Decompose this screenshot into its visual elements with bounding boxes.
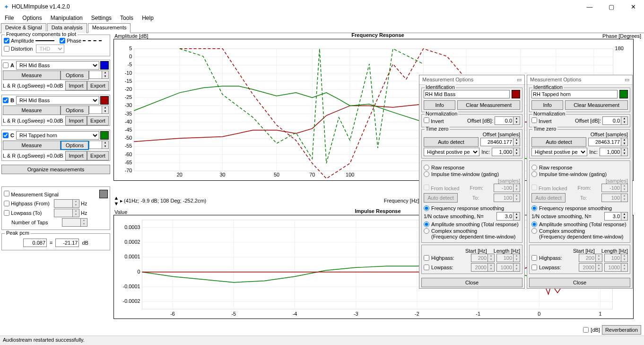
- inc-value[interactable]: ▲▼: [492, 148, 520, 156]
- slot-c-offset[interactable]: 2▲▼: [89, 141, 109, 149]
- lp-checkbox[interactable]: [4, 210, 9, 216]
- svg-text:-65: -65: [125, 159, 132, 165]
- distortion-checkbox[interactable]: [4, 46, 9, 52]
- invert-checkbox[interactable]: [424, 117, 429, 123]
- slot-a-export[interactable]: Export: [87, 81, 109, 90]
- slot-c-import[interactable]: Import: [65, 151, 87, 160]
- frs-radio[interactable]: [424, 205, 429, 211]
- offset-samples[interactable]: ▲▼: [588, 138, 628, 146]
- offset-db[interactable]: ▲▼: [602, 116, 628, 125]
- db-checkbox[interactable]: [583, 327, 589, 333]
- oct-value[interactable]: ▲▼: [496, 212, 520, 221]
- oct-value[interactable]: ▲▼: [604, 212, 628, 221]
- auto-detect-to: Auto detect: [424, 193, 458, 203]
- cplx-radio[interactable]: [424, 228, 429, 234]
- menu-options[interactable]: Options: [22, 15, 42, 21]
- inc-value[interactable]: ▲▼: [600, 148, 628, 156]
- peak-pcm-value[interactable]: [23, 239, 47, 247]
- tri-icon[interactable]: ▲▼: [113, 195, 119, 206]
- clear-button[interactable]: Clear Measurement: [565, 100, 628, 110]
- menu-file[interactable]: File: [5, 15, 14, 21]
- slot-c-enable[interactable]: [3, 133, 9, 138]
- reverberation-button[interactable]: Reverberation: [602, 325, 641, 335]
- tab-measurements[interactable]: Measurements: [88, 23, 131, 33]
- ident-input[interactable]: [424, 90, 510, 98]
- panel-close-icon[interactable]: ▭: [517, 77, 522, 83]
- slot-b-import[interactable]: Import: [65, 116, 87, 125]
- lp-value[interactable]: 5000▲▼: [54, 209, 79, 217]
- slot-c-export[interactable]: Export: [87, 151, 109, 160]
- slot-b-export[interactable]: Export: [87, 116, 109, 125]
- ident-color[interactable]: [512, 90, 520, 98]
- info-button[interactable]: Info: [531, 100, 563, 110]
- slot-b-offset[interactable]: 0▲▼: [89, 106, 109, 114]
- meas-signal-checkbox[interactable]: [4, 191, 9, 196]
- panel-close-icon[interactable]: ▭: [625, 77, 629, 83]
- slot-b-name[interactable]: RH Mid Bass: [16, 96, 99, 105]
- slot-c-options[interactable]: Options: [61, 141, 89, 150]
- svg-text:-45: -45: [125, 127, 132, 133]
- minimize-button[interactable]: —: [579, 0, 600, 13]
- slot-b-measure[interactable]: Measure: [3, 106, 61, 115]
- lp-checkbox2[interactable]: [531, 265, 537, 270]
- svg-text:0.0001: 0.0001: [124, 254, 140, 259]
- ident-color[interactable]: [619, 90, 628, 98]
- slot-a-options[interactable]: Options: [61, 71, 89, 80]
- organize-button[interactable]: Organize measurements: [1, 165, 110, 174]
- gating-radio[interactable]: [531, 171, 537, 177]
- slot-a-import[interactable]: Import: [65, 81, 87, 90]
- slot-b-color[interactable]: [100, 96, 109, 105]
- auto-detect-button[interactable]: Auto detect: [531, 137, 586, 147]
- slot-a-name[interactable]: RH Mid Bass: [16, 61, 99, 70]
- lp-checkbox2[interactable]: [424, 265, 429, 270]
- ident-input[interactable]: [531, 90, 618, 98]
- taps-value[interactable]: 501▲▼: [62, 218, 87, 227]
- peak-mode-select[interactable]: Highest postive pe: [424, 148, 479, 156]
- slot-c-measure[interactable]: Measure: [3, 141, 61, 150]
- slot-b-enable[interactable]: [3, 97, 9, 103]
- menu-tools[interactable]: Tools: [120, 15, 133, 21]
- slot-a-offset[interactable]: 0▲▼: [89, 71, 109, 79]
- menu-manipulation[interactable]: Manipulation: [51, 15, 83, 21]
- hp-checkbox2[interactable]: [531, 255, 537, 261]
- info-button[interactable]: Info: [424, 100, 455, 110]
- menu-help[interactable]: Help: [142, 15, 154, 21]
- amp-sm-radio[interactable]: [531, 221, 537, 227]
- meas-signal-color[interactable]: [99, 190, 108, 198]
- peak-db-value[interactable]: [55, 239, 79, 247]
- hp-value[interactable]: 500▲▼: [54, 199, 79, 208]
- panel-title: Measurement Options: [530, 77, 581, 83]
- tab-row: Device & Signal Data analysis Measuremen…: [0, 23, 644, 33]
- menu-settings[interactable]: Settings: [91, 15, 112, 21]
- phase-checkbox[interactable]: [60, 38, 65, 44]
- frs-radio[interactable]: [531, 205, 537, 211]
- close-panel-button[interactable]: Close: [421, 278, 522, 287]
- gating-radio[interactable]: [424, 171, 429, 177]
- svg-text:-25: -25: [125, 94, 132, 100]
- slot-b-options[interactable]: Options: [61, 106, 89, 115]
- invert-checkbox[interactable]: [531, 117, 537, 123]
- hp-checkbox2[interactable]: [424, 255, 429, 261]
- raw-radio[interactable]: [424, 165, 429, 170]
- offset-samples[interactable]: ▲▼: [480, 138, 520, 146]
- slot-a-color[interactable]: [100, 61, 109, 70]
- amp-sm-radio[interactable]: [424, 221, 429, 227]
- slot-a-enable[interactable]: [3, 62, 9, 68]
- raw-radio[interactable]: [531, 165, 537, 170]
- clear-button[interactable]: Clear Measurement: [457, 100, 520, 110]
- close-button[interactable]: ✕: [622, 0, 644, 13]
- slot-c-color[interactable]: [100, 131, 109, 140]
- peak-mode-select[interactable]: Highest postive pe: [531, 148, 587, 156]
- amplitude-checkbox[interactable]: [4, 38, 9, 44]
- svg-text:0: 0: [538, 311, 540, 317]
- hp-checkbox[interactable]: [4, 201, 9, 206]
- cplx-radio[interactable]: [531, 228, 537, 234]
- svg-text:0: 0: [129, 53, 132, 59]
- auto-detect-button[interactable]: Auto detect: [424, 137, 479, 147]
- slot-a-measure[interactable]: Measure: [3, 71, 61, 80]
- close-panel-button[interactable]: Close: [529, 278, 630, 287]
- slot-c-name[interactable]: RH Tapped horn: [16, 131, 99, 140]
- offset-db[interactable]: ▲▼: [495, 116, 520, 125]
- svg-text:180: 180: [615, 45, 624, 51]
- maximize-button[interactable]: ▢: [600, 0, 622, 13]
